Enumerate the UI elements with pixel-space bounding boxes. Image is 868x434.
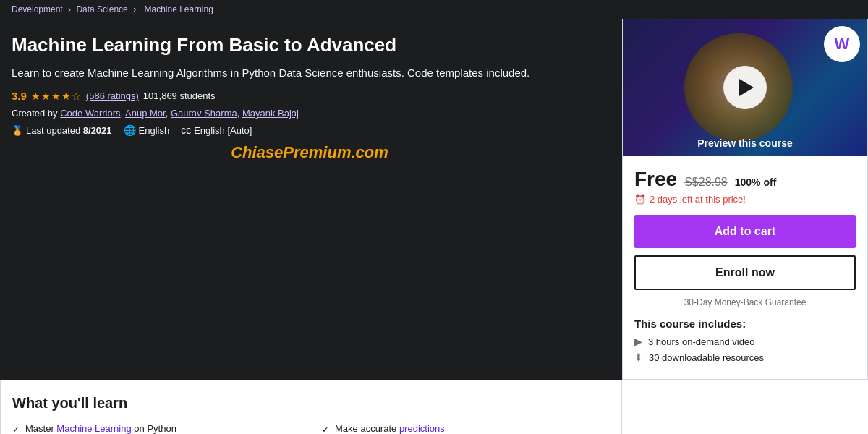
course-title: Machine Learning From Basic to Advanced bbox=[12, 33, 608, 58]
learn-link-predictions[interactable]: predictions bbox=[399, 423, 445, 434]
rating-row: 3.9 ★★★★☆ (586 ratings) 101,869 students bbox=[12, 90, 608, 102]
learn-item-1-text: Master Machine Learning on Python bbox=[25, 423, 176, 434]
video-icon: ▶ bbox=[634, 336, 642, 347]
breadcrumb: Development › Data Science › Machine Lea… bbox=[0, 0, 868, 19]
price-free: Free bbox=[634, 168, 677, 191]
play-triangle-icon bbox=[739, 79, 754, 96]
badge-icon: 🏅 bbox=[12, 125, 23, 136]
includes-title: This course includes: bbox=[634, 318, 856, 330]
learn-item-1: ✓ Master Machine Learning on Python bbox=[12, 423, 300, 434]
check-icon-5: ✓ bbox=[322, 425, 329, 434]
course-subtitle: Learn to create Machine Learning Algorit… bbox=[12, 65, 608, 82]
globe-icon: 🌐 bbox=[124, 124, 136, 136]
breadcrumb-development[interactable]: Development bbox=[12, 4, 63, 14]
language: 🌐 English bbox=[124, 124, 170, 136]
countdown: ⏰ 2 days left at this price! bbox=[634, 194, 856, 205]
language-label: English bbox=[139, 125, 170, 136]
caption: cc English [Auto] bbox=[181, 124, 252, 136]
countdown-text: 2 days left at this price! bbox=[650, 194, 746, 205]
star-icons: ★★★★☆ bbox=[31, 90, 82, 102]
money-back-guarantee: 30-Day Money-Back Guarantee bbox=[634, 297, 856, 307]
price-original: S$28.98 bbox=[684, 176, 728, 189]
ratings-link[interactable]: (586 ratings) bbox=[86, 90, 139, 101]
pricing-section: Free S$28.98 100% off ⏰ 2 days left at t… bbox=[623, 156, 867, 379]
main-layout: Machine Learning From Basic to Advanced … bbox=[0, 19, 868, 380]
download-icon: ⬇ bbox=[634, 352, 643, 363]
learn-title: What you'll learn bbox=[12, 395, 610, 412]
cc-icon: cc bbox=[181, 124, 191, 136]
watermark: ChiasePremium.com bbox=[12, 143, 608, 162]
caption-label: English [Auto] bbox=[194, 125, 252, 136]
price-off: 100% off bbox=[735, 176, 777, 188]
enroll-now-button[interactable]: Enroll now bbox=[634, 255, 856, 290]
rating-number: 3.9 bbox=[12, 90, 27, 102]
play-button[interactable] bbox=[723, 66, 767, 109]
check-icon-1: ✓ bbox=[12, 425, 20, 434]
course-sidebar: W Preview this course Free S$28.98 100% … bbox=[622, 19, 868, 380]
price-row: Free S$28.98 100% off bbox=[634, 168, 856, 191]
add-to-cart-button[interactable]: Add to cart bbox=[634, 215, 856, 248]
includes-resources-text: 30 downloadable resources bbox=[649, 352, 764, 363]
course-preview[interactable]: W Preview this course bbox=[623, 19, 867, 156]
includes-resources: ⬇ 30 downloadable resources bbox=[634, 352, 856, 363]
meta-row: 🏅 Last updated 8/2021 🌐 English cc Engli… bbox=[12, 124, 608, 136]
preview-label: Preview this course bbox=[623, 137, 867, 149]
learn-item-5: ✓ Make accurate predictions bbox=[322, 423, 610, 434]
author-code-warriors[interactable]: Code Warriors bbox=[60, 108, 120, 119]
created-by: Created by Code Warriors, Anup Mor, Gaur… bbox=[12, 108, 608, 119]
learn-grid: ✓ Master Machine Learning on Python ✓ Ma… bbox=[12, 423, 610, 434]
w-logo: W bbox=[824, 26, 860, 62]
breadcrumb-data-science[interactable]: Data Science bbox=[76, 4, 127, 14]
alarm-icon: ⏰ bbox=[634, 194, 646, 205]
last-updated: 🏅 Last updated 8/2021 bbox=[12, 125, 112, 136]
author-anup-mor[interactable]: Anup Mor bbox=[125, 108, 166, 119]
author-mayank-bajaj[interactable]: Mayank Bajaj bbox=[242, 108, 299, 119]
students-count: 101,869 students bbox=[143, 90, 216, 101]
learn-link-ml-python[interactable]: Machine Learning bbox=[56, 423, 131, 434]
learn-item-5-text: Make accurate predictions bbox=[335, 423, 445, 434]
author-gaurav-sharma[interactable]: Gaurav Sharma bbox=[171, 108, 237, 119]
includes-video: ▶ 3 hours on-demand video bbox=[634, 336, 856, 347]
what-you-learn-section: What you'll learn ✓ Master Machine Learn… bbox=[0, 380, 622, 434]
breadcrumb-machine-learning: Machine Learning bbox=[144, 4, 213, 14]
course-header: Machine Learning From Basic to Advanced … bbox=[0, 19, 622, 380]
includes-video-text: 3 hours on-demand video bbox=[648, 336, 754, 347]
